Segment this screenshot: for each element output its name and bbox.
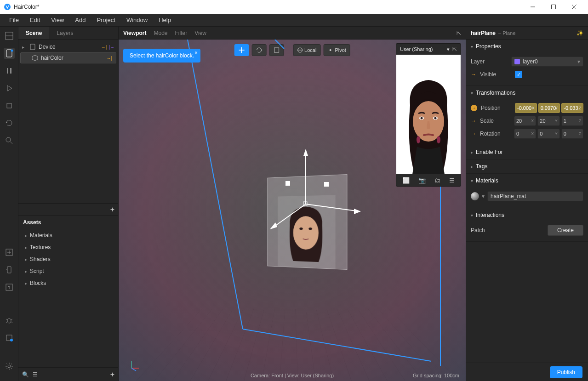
minimize-button[interactable] xyxy=(522,0,543,14)
svg-line-24 xyxy=(6,319,7,320)
magic-wand-icon[interactable]: ✨ xyxy=(577,30,583,36)
preview-mode-dropdown[interactable]: User (Sharing) ▾ xyxy=(400,46,450,52)
stop-icon[interactable] xyxy=(4,100,15,111)
upload-icon[interactable] xyxy=(4,282,15,293)
assets-shaders[interactable]: Shaders xyxy=(18,253,118,265)
rotation-z-input[interactable]: 0Z xyxy=(561,129,583,139)
tab-viewport[interactable]: Viewport xyxy=(123,30,146,36)
menu-file[interactable]: File xyxy=(4,17,24,23)
tooltip-text: Select the hairColor block. xyxy=(130,52,194,59)
assets-blocks[interactable]: Blocks xyxy=(18,277,118,289)
menu-window[interactable]: Window xyxy=(121,17,153,23)
tree-row-haircolor[interactable]: hairColor →| xyxy=(20,52,116,63)
scale-x-input[interactable]: 20X xyxy=(514,116,536,126)
svg-line-15 xyxy=(10,142,12,144)
settings-icon[interactable] xyxy=(4,361,15,372)
bug-icon[interactable] xyxy=(4,315,15,326)
window-titlebar: HairColor* xyxy=(0,0,588,14)
viewport-panel: Viewport Mode Filter View ⇱ Select the h… xyxy=(119,27,466,381)
tab-mode[interactable]: Mode xyxy=(154,30,167,36)
left-panel: Scene Layers ▸ Device →||→ hairColor →| … xyxy=(18,27,119,381)
assets-script[interactable]: Script xyxy=(18,265,118,277)
move-tool-button[interactable] xyxy=(234,44,249,56)
add-asset-button[interactable]: + xyxy=(110,370,114,379)
position-label: Position xyxy=(481,105,511,111)
svg-rect-19 xyxy=(7,267,11,273)
section-enable-for[interactable]: Enable For xyxy=(466,145,588,159)
material-name-field[interactable]: hairPlane_mat xyxy=(487,191,583,201)
position-x-input[interactable]: -0.000X xyxy=(515,103,537,113)
tree-label: Device xyxy=(39,44,98,50)
section-properties[interactable]: Properties xyxy=(466,40,588,53)
viewport-status-bar: Camera: Front | View: User (Sharing) Gri… xyxy=(119,373,466,378)
play-icon[interactable] xyxy=(4,83,15,94)
scene-tree: ▸ Device →||→ hairColor →| xyxy=(18,40,118,65)
svg-marker-56 xyxy=(303,149,308,156)
menu-project[interactable]: Project xyxy=(91,17,120,23)
svg-line-36 xyxy=(6,368,7,369)
tab-view[interactable]: View xyxy=(194,30,206,36)
preview-menu-icon[interactable]: ☰ xyxy=(449,177,455,184)
create-patch-button[interactable]: Create xyxy=(548,225,583,236)
workspace-icon[interactable] xyxy=(4,30,15,41)
patch-label: Patch xyxy=(471,227,508,233)
section-materials[interactable]: Materials xyxy=(466,174,588,188)
preview-record-icon[interactable]: ⬜ xyxy=(402,177,410,184)
close-button[interactable] xyxy=(564,0,584,14)
preview-camera-icon[interactable]: 📷 xyxy=(418,177,426,184)
scale-z-input[interactable]: 1Z xyxy=(561,116,583,126)
visible-checkbox[interactable]: ✓ xyxy=(515,71,522,78)
section-tags[interactable]: Tags xyxy=(466,159,588,173)
property-indicator-icon[interactable]: → xyxy=(471,105,477,111)
assets-materials[interactable]: Materials xyxy=(18,229,118,241)
viewport-3d[interactable]: Select the hairColor block. × Local Pivo… xyxy=(119,40,466,381)
device-icon[interactable] xyxy=(4,48,15,59)
rotation-y-input[interactable]: 0Y xyxy=(537,129,559,139)
scale-y-input[interactable]: 20Y xyxy=(537,116,559,126)
scale-tool-button[interactable] xyxy=(269,44,284,56)
project-title: HairColor* xyxy=(14,4,39,10)
refresh-icon[interactable] xyxy=(4,118,15,129)
position-y-input[interactable]: 0.0970Y xyxy=(538,103,560,113)
material-chevron-icon[interactable]: ▾ xyxy=(482,193,485,199)
tab-layers[interactable]: Layers xyxy=(49,27,80,39)
tab-scene[interactable]: Scene xyxy=(18,27,49,39)
pause-icon[interactable] xyxy=(4,65,15,76)
svg-point-14 xyxy=(6,137,11,142)
scene-plane-object[interactable] xyxy=(267,174,347,270)
menu-help[interactable]: Help xyxy=(153,17,177,23)
maximize-button[interactable] xyxy=(543,0,564,14)
preview-snapshot-icon[interactable]: 🗂 xyxy=(434,177,440,184)
library-icon[interactable] xyxy=(4,332,15,343)
menu-add[interactable]: Add xyxy=(69,17,91,23)
preview-popout-icon[interactable]: ⇱ xyxy=(452,46,457,52)
coordinate-space-button[interactable]: Local xyxy=(293,44,320,56)
inspector-object-type: – Plane xyxy=(498,30,515,36)
pivot-button[interactable]: Pivot xyxy=(323,44,350,56)
publish-button[interactable]: Publish xyxy=(550,366,582,378)
assets-textures[interactable]: Textures xyxy=(18,241,118,253)
tooltip-close-icon[interactable]: × xyxy=(194,50,198,56)
rotation-x-input[interactable]: 0X xyxy=(514,129,536,139)
axis-widget[interactable] xyxy=(128,358,142,372)
mobile-icon[interactable] xyxy=(4,264,15,275)
svg-line-74 xyxy=(131,368,136,371)
add-scene-object-button[interactable]: + xyxy=(110,205,114,214)
menu-view[interactable]: View xyxy=(46,17,69,23)
search-icon[interactable] xyxy=(4,135,15,146)
position-z-input[interactable]: -0.033Z xyxy=(561,103,583,113)
assets-search-icon[interactable]: 🔍 xyxy=(22,371,29,378)
viewport-toolbar: Local Pivot xyxy=(234,44,350,56)
assets-header: Assets xyxy=(18,216,118,229)
rotate-tool-button[interactable] xyxy=(251,44,266,56)
import-icon[interactable] xyxy=(4,247,15,258)
property-indicator-icon: → xyxy=(471,71,476,78)
layer-dropdown[interactable]: layer0 ▾ xyxy=(511,57,583,67)
tree-row-device[interactable]: ▸ Device →||→ xyxy=(18,41,118,52)
section-interactions[interactable]: Interactions xyxy=(466,208,588,222)
assets-filter-icon[interactable]: ☰ xyxy=(33,371,38,378)
section-transformations[interactable]: Transformations xyxy=(466,86,588,100)
tab-filter[interactable]: Filter xyxy=(175,30,188,36)
menu-edit[interactable]: Edit xyxy=(24,17,46,23)
viewport-popout-icon[interactable]: ⇱ xyxy=(457,30,461,36)
